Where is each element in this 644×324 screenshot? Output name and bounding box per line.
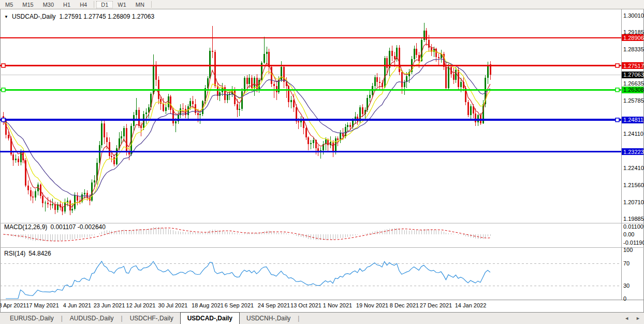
candle-body bbox=[256, 78, 258, 90]
candle-body bbox=[293, 100, 295, 107]
candle-body bbox=[303, 120, 304, 129]
candle-body bbox=[106, 137, 108, 143]
candle-body bbox=[266, 52, 268, 54]
candle-body bbox=[276, 86, 277, 92]
price-chart-canvas[interactable]: 1.300101.291851.283351.266351.257851.241… bbox=[0, 0, 644, 324]
timeframe-toolbar: M5M15M30H1H4D1W1MN bbox=[0, 0, 644, 9]
candle-body bbox=[94, 180, 95, 182]
tab-scroll-right-icon[interactable]: ► bbox=[636, 316, 640, 321]
hline-badge-label: 1.28906 bbox=[623, 35, 644, 41]
hline-badge-label: 1.27517 bbox=[623, 63, 644, 69]
timeframe-button-d1[interactable]: D1 bbox=[96, 1, 113, 8]
timeframe-button-m30[interactable]: M30 bbox=[38, 1, 58, 8]
candle-body bbox=[155, 65, 157, 80]
price-axis-label: 1.19885 bbox=[623, 216, 644, 222]
candle-body bbox=[136, 110, 137, 115]
candle-body bbox=[101, 123, 103, 146]
candle-body bbox=[347, 125, 348, 127]
timeframe-button-h4[interactable]: H4 bbox=[75, 1, 92, 8]
price-axis-label: 1.30010 bbox=[623, 12, 644, 19]
candle-body bbox=[379, 82, 380, 83]
candle-body bbox=[214, 52, 216, 86]
candle-body bbox=[445, 67, 447, 88]
candle-body bbox=[121, 136, 122, 138]
current-price-badge-label: 1.27063 bbox=[623, 72, 644, 78]
candle-body bbox=[332, 142, 334, 152]
candle-body bbox=[45, 203, 46, 203]
candle-body bbox=[30, 190, 32, 196]
tab-scroll-left-icon[interactable]: ◄ bbox=[624, 316, 629, 321]
symbol-tab-bar: EURUSD-,Daily|AUDUSD-,Daily|USDCHF-,Dail… bbox=[0, 312, 644, 324]
candle-body bbox=[335, 138, 336, 152]
line-drag-handle[interactable] bbox=[616, 64, 619, 67]
timeframe-button-mn[interactable]: MN bbox=[131, 1, 149, 8]
rsi-axis-label: 100 bbox=[623, 247, 633, 253]
timeframe-button-m5[interactable]: M5 bbox=[1, 1, 18, 8]
line-drag-handle[interactable] bbox=[2, 118, 5, 122]
candle-body bbox=[140, 126, 142, 128]
candle-body bbox=[199, 114, 201, 115]
date-axis-label: 24 Sep 2021 bbox=[258, 302, 290, 308]
candle-body bbox=[374, 77, 376, 86]
date-axis-label: 13 Oct 2021 bbox=[290, 302, 321, 308]
line-drag-handle[interactable] bbox=[616, 88, 619, 92]
candle-body bbox=[86, 193, 88, 198]
candle-body bbox=[342, 133, 344, 136]
rsi-axis-label: 0 bbox=[623, 295, 626, 302]
date-axis-label: 6 Sep 2021 bbox=[225, 302, 254, 308]
date-axis-label: 18 Aug 2021 bbox=[192, 302, 224, 308]
candle-body bbox=[310, 143, 312, 144]
tab-eurusd[interactable]: EURUSD-,Daily bbox=[3, 313, 61, 324]
macd-axis-label: 0.00 bbox=[623, 231, 634, 237]
tab-usdchf[interactable]: USDCHF-,Daily bbox=[123, 313, 180, 324]
candle-body bbox=[317, 148, 319, 151]
candle-body bbox=[391, 51, 393, 56]
line-drag-handle[interactable] bbox=[2, 64, 5, 67]
candle-body bbox=[209, 51, 211, 78]
line-drag-handle[interactable] bbox=[616, 118, 619, 122]
timeframe-button-h1[interactable]: H1 bbox=[58, 1, 75, 8]
date-axis-label: 12 Jul 2021 bbox=[126, 302, 156, 308]
candle-body bbox=[160, 99, 162, 104]
symbol-dropdown-icon[interactable]: ▼ bbox=[4, 15, 8, 19]
candle-body bbox=[337, 138, 339, 140]
macd-axis-label: -0.011908 bbox=[623, 240, 644, 246]
candle-body bbox=[189, 101, 191, 106]
candle-body bbox=[246, 78, 248, 84]
date-axis-label: 27 Dec 2021 bbox=[420, 302, 452, 308]
tab-audusd[interactable]: AUDUSD-,Daily bbox=[63, 313, 121, 324]
candle-body bbox=[394, 56, 396, 59]
candle-body bbox=[237, 104, 238, 110]
candle-body bbox=[74, 195, 76, 209]
candle-body bbox=[227, 95, 228, 100]
candle-body bbox=[305, 128, 307, 137]
candle-body bbox=[219, 92, 221, 96]
candle-body bbox=[433, 49, 435, 52]
candle-body bbox=[458, 70, 459, 87]
hline-badge-label: 1.23223 bbox=[623, 149, 644, 155]
candle-body bbox=[487, 65, 489, 78]
candle-body bbox=[182, 108, 184, 109]
macd-signal-line bbox=[3, 228, 490, 241]
candle-body bbox=[283, 67, 285, 82]
candle-body bbox=[438, 57, 440, 58]
line-drag-handle[interactable] bbox=[2, 88, 5, 92]
tab-usdcad[interactable]: USDCAD-,Daily bbox=[180, 312, 240, 324]
candle-body bbox=[148, 107, 150, 113]
trading-terminal-window: M5M15M30H1H4D1W1MN ▼ USDCAD-,Daily 1.275… bbox=[0, 0, 644, 324]
candle-body bbox=[258, 80, 260, 90]
candle-body bbox=[69, 201, 71, 210]
date-axis-label: 28 Apr 2021 bbox=[0, 302, 26, 308]
candle-body bbox=[455, 70, 457, 80]
date-axis-label: 17 May 2021 bbox=[26, 302, 59, 308]
date-axis-label: 23 Jun 2021 bbox=[94, 302, 125, 308]
candle-body bbox=[12, 154, 14, 161]
candle-body bbox=[8, 135, 9, 138]
tab-usdcnh[interactable]: USDCNH-,Daily bbox=[240, 313, 297, 324]
candle-body bbox=[99, 145, 100, 163]
timeframe-button-w1[interactable]: W1 bbox=[113, 1, 131, 8]
candle-body bbox=[32, 196, 34, 198]
timeframe-button-m15[interactable]: M15 bbox=[18, 1, 38, 8]
candle-body bbox=[42, 196, 43, 203]
candle-body bbox=[77, 195, 78, 201]
